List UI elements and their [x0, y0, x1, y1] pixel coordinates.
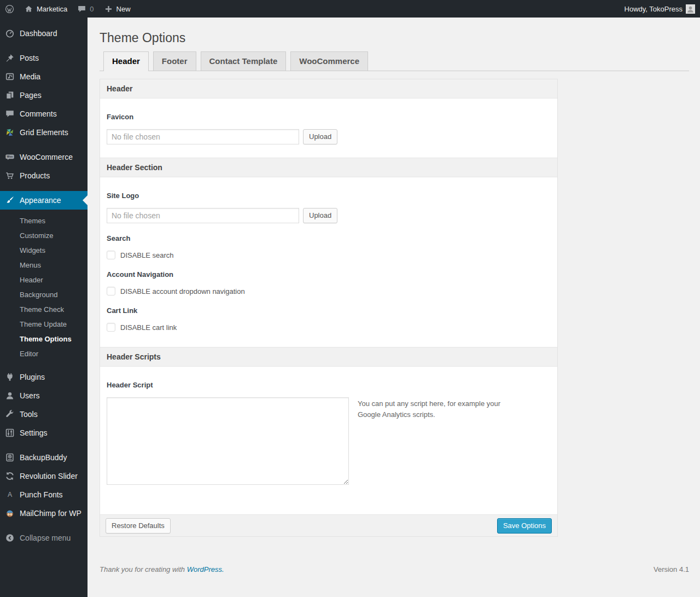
sidebar-link-tools[interactable]: Tools — [0, 405, 88, 424]
sidebar-link-dashboard[interactable]: Dashboard — [0, 24, 88, 43]
sidebar-link-pages[interactable]: Pages — [0, 86, 88, 105]
tools-icon — [0, 409, 20, 419]
submenu-item-menus[interactable]: Menus — [0, 258, 88, 273]
sidebar-item-dashboard: Dashboard — [0, 24, 88, 43]
sidebar-link-revolution-slider[interactable]: Revolution Slider — [0, 467, 88, 485]
sidebar-item-label: Media — [20, 72, 40, 81]
sidebar-item-label: Collapse menu — [20, 534, 71, 542]
header-script-textarea[interactable] — [107, 397, 349, 485]
svg-text:A: A — [8, 491, 13, 499]
sidebar-item-label: WooCommerce — [20, 153, 73, 161]
sidebar-item-mailchimp-for-wp: MailChimp for WP — [0, 504, 88, 523]
submenu-item-background[interactable]: Background — [0, 287, 88, 302]
sidebar-item-plugins: Plugins — [0, 368, 88, 386]
sidebar-item-label: Punch Fonts — [20, 490, 63, 499]
submenu-item-themes[interactable]: Themes — [0, 213, 88, 228]
sidebar-item-label: Grid Elements — [20, 128, 68, 137]
tab-contact-template[interactable]: Contact Template — [201, 51, 287, 71]
tab-footer[interactable]: Footer — [153, 51, 196, 71]
sidebar-item-label: Revolution Slider — [20, 472, 78, 480]
wordpress-logo-icon — [5, 4, 14, 14]
submenu-item-theme-options[interactable]: Theme Options — [0, 332, 88, 346]
favicon-file-input[interactable] — [107, 129, 299, 144]
save-options-button[interactable]: Save Options — [497, 518, 552, 534]
account-navigation-checkbox[interactable] — [107, 287, 115, 295]
field-label-search: Search — [107, 234, 551, 242]
cart-link-checkbox[interactable] — [107, 323, 115, 332]
sidebar-link-plugins[interactable]: Plugins — [0, 368, 88, 386]
sidebar-link-mailchimp-for-wp[interactable]: MailChimp for WP — [0, 504, 88, 523]
sidebar-link-posts[interactable]: Posts — [0, 49, 88, 67]
footer-thanks-text: Thank you for creating with — [100, 565, 187, 573]
section-header-header-scripts: Header Scripts — [100, 347, 557, 367]
search-checkbox-row[interactable]: DISABLE search — [107, 251, 551, 259]
admin-bar: Marketica 0 New Howdy, TokoPress — [0, 0, 700, 18]
grid-elements-icon — [0, 127, 20, 137]
search-checkbox[interactable] — [107, 251, 115, 259]
revolution-slider-icon — [0, 471, 20, 481]
tab-woocommerce[interactable]: WooCommerce — [290, 51, 368, 71]
submenu-item-customize[interactable]: Customize — [0, 228, 88, 243]
panel-section-header: HeaderFaviconUpload — [100, 79, 557, 158]
field-site-logo: Site LogoUpload — [107, 192, 551, 223]
sidebar-item-revolution-slider: Revolution Slider — [0, 467, 88, 485]
sidebar-link-backupbuddy[interactable]: BackupBuddy — [0, 448, 88, 467]
sidebar-item-punch-fonts: APunch Fonts — [0, 485, 88, 504]
my-account-menu[interactable]: Howdy, TokoPress — [625, 0, 695, 18]
cart-link-checkbox-row[interactable]: DISABLE cart link — [107, 323, 551, 332]
appearance-submenu: ThemesCustomizeWidgetsMenusHeaderBackgro… — [0, 210, 88, 368]
admin-sidebar: DashboardPostsMediaPagesCommentsGrid Ele… — [0, 18, 88, 597]
header-script-note: You can put any script here, for example… — [358, 397, 524, 420]
site-name-menu[interactable]: Marketica — [19, 0, 72, 18]
site-logo-file-input[interactable] — [107, 208, 299, 223]
sidebar-link-punch-fonts[interactable]: APunch Fonts — [0, 485, 88, 504]
submenu-item-theme-update[interactable]: Theme Update — [0, 317, 88, 332]
panel-section-header-section: Header SectionSite LogoUploadSearchDISAB… — [100, 158, 557, 347]
comments-icon — [0, 109, 20, 119]
wp-logo-menu[interactable] — [0, 0, 19, 18]
sidebar-item-settings: Settings — [0, 424, 88, 442]
submenu-item-editor[interactable]: Editor — [0, 346, 88, 361]
sidebar-link-products[interactable]: Products — [0, 166, 88, 185]
sidebar-link-woocommerce[interactable]: WooWooCommerce — [0, 148, 88, 166]
site-logo-upload-button[interactable]: Upload — [303, 208, 337, 223]
field-label-account-navigation: Account Navigation — [107, 270, 551, 279]
sidebar-item-pages: Pages — [0, 86, 88, 105]
comment-count: 0 — [90, 5, 94, 13]
sidebar-link-settings[interactable]: Settings — [0, 424, 88, 442]
sidebar-item-label: Comments — [20, 109, 57, 118]
page-title: Theme Options — [100, 30, 689, 46]
cart-link-checkbox-label: DISABLE cart link — [120, 323, 177, 332]
field-search: SearchDISABLE search — [107, 234, 551, 259]
menu-separator — [0, 43, 88, 49]
sidebar-item-label: Tools — [20, 410, 38, 419]
wordpress-link[interactable]: WordPress. — [187, 565, 224, 573]
sidebar-link-appearance[interactable]: Appearance — [0, 191, 88, 210]
sidebar-item-media: Media — [0, 67, 88, 86]
pin-icon — [0, 53, 20, 63]
account-navigation-checkbox-row[interactable]: DISABLE account dropdown navigation — [107, 287, 551, 295]
comments-menu[interactable]: 0 — [72, 0, 98, 18]
restore-defaults-button[interactable]: Restore Defaults — [106, 518, 171, 534]
submenu-item-theme-check[interactable]: Theme Check — [0, 302, 88, 317]
panel-footer: Restore Defaults Save Options — [100, 514, 557, 536]
sidebar-item-label: Users — [20, 391, 40, 400]
submenu-item-widgets[interactable]: Widgets — [0, 243, 88, 258]
sidebar-item-label: Products — [20, 171, 50, 180]
sidebar-item-products: Products — [0, 166, 88, 185]
sidebar-link-grid-elements[interactable]: Grid Elements — [0, 123, 88, 142]
sidebar-link-collapse-menu[interactable]: Collapse menu — [0, 529, 88, 547]
section-header-header-section: Header Section — [100, 158, 557, 177]
favicon-upload-button[interactable]: Upload — [303, 129, 337, 144]
new-content-menu[interactable]: New — [99, 0, 136, 18]
submenu-item-header[interactable]: Header — [0, 273, 88, 287]
sidebar-link-comments[interactable]: Comments — [0, 105, 88, 123]
tab-header[interactable]: Header — [103, 51, 149, 71]
sidebar-item-comments: Comments — [0, 105, 88, 123]
theme-options-panel: HeaderFaviconUploadHeader SectionSite Lo… — [100, 79, 558, 537]
sidebar-link-users[interactable]: Users — [0, 386, 88, 405]
sidebar-link-media[interactable]: Media — [0, 67, 88, 86]
site-name-label: Marketica — [37, 5, 67, 13]
mailchimp-icon — [0, 508, 20, 518]
media-icon — [0, 72, 20, 82]
